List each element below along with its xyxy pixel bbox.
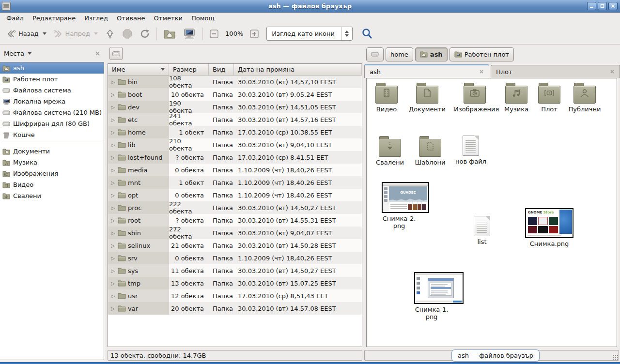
tree-row-selinux[interactable]: ▷selinux21 обектаПапка30.03.2010 (вт) 14… bbox=[108, 239, 362, 252]
expander-icon[interactable]: ▷ bbox=[110, 180, 116, 185]
sidebar-item-filesystem-210mb[interactable]: Файлова система (210 MB) bbox=[0, 107, 104, 118]
icon-folder-downloads[interactable]: Свалени bbox=[369, 136, 411, 166]
expander-icon[interactable]: ▷ bbox=[110, 281, 116, 286]
tab-plot[interactable]: Плот bbox=[491, 65, 620, 78]
menu-file[interactable]: Файл bbox=[2, 14, 28, 23]
forward-dropdown-icon[interactable] bbox=[94, 32, 98, 35]
tree-row-media[interactable]: ▷media0 обектаПапка1.10.2009 (чт) 18,40,… bbox=[108, 164, 362, 176]
zoom-out-button[interactable] bbox=[206, 27, 222, 41]
expander-icon[interactable]: ▷ bbox=[110, 218, 116, 223]
computer-button[interactable] bbox=[179, 26, 200, 42]
sidebar-item-desktop[interactable]: Работен плот bbox=[0, 74, 104, 85]
expander-icon[interactable]: ▷ bbox=[110, 142, 116, 148]
column-header-size[interactable]: Размер bbox=[169, 64, 209, 75]
icon-file-new-file[interactable]: нов файл bbox=[450, 136, 492, 165]
stop-button[interactable] bbox=[119, 27, 136, 41]
icon-file-list[interactable]: list bbox=[467, 216, 496, 245]
sidebar-item-encrypted-80gb[interactable]: Шифриран дял (80 GB) bbox=[0, 118, 104, 129]
home-button[interactable] bbox=[160, 27, 179, 41]
icon-folder-pictures[interactable]: Изображения bbox=[454, 82, 496, 113]
places-header[interactable]: Места bbox=[4, 50, 24, 57]
tree-row-etc[interactable]: ▷etc241 обектаПапка30.03.2010 (вт) 14,57… bbox=[108, 113, 362, 126]
expander-icon[interactable]: ▷ bbox=[110, 155, 116, 160]
menu-help[interactable]: Помощ bbox=[187, 14, 219, 23]
expander-icon[interactable]: ▷ bbox=[110, 79, 116, 85]
sidebar-item-video[interactable]: Видео bbox=[0, 179, 104, 190]
expander-icon[interactable]: ▷ bbox=[110, 230, 116, 236]
expander-icon[interactable]: ▷ bbox=[110, 105, 116, 110]
tab-close-icon[interactable] bbox=[479, 69, 484, 74]
sidebar-item-local-network[interactable]: Локална мрежа bbox=[0, 96, 104, 107]
back-button[interactable]: Назад bbox=[3, 28, 50, 40]
tree-row-opt[interactable]: ▷opt0 обектаПапка1.10.2009 (чт) 18,40,26… bbox=[108, 189, 362, 201]
expander-icon[interactable]: ▷ bbox=[110, 92, 116, 97]
maximize-button[interactable] bbox=[598, 2, 607, 10]
tree-row-lost+found[interactable]: ▷lost+found? обектаПапка17.03.2010 (ср) … bbox=[108, 151, 362, 164]
tree-row-proc[interactable]: ▷proc222 обектаПапка30.03.2010 (вт) 14,5… bbox=[108, 201, 362, 214]
sidebar-item-ash[interactable]: ash bbox=[0, 62, 104, 74]
view-mode-select[interactable]: Изглед като икони bbox=[266, 27, 353, 41]
places-selector-icon[interactable] bbox=[28, 52, 31, 55]
icon-folder-video[interactable]: Видео bbox=[366, 82, 407, 113]
tree-row-bin[interactable]: ▷bin108 обектаПапка30.03.2010 (вт) 14,57… bbox=[108, 76, 362, 88]
column-header-date[interactable]: Дата на промяна bbox=[234, 64, 362, 75]
icon-folder-documents[interactable]: Документи bbox=[406, 82, 448, 113]
sidebar-item-filesystem[interactable]: Файлова система bbox=[0, 85, 104, 96]
tree-row-sys[interactable]: ▷sys11 обектаПапка30.03.2010 (вт) 14,50,… bbox=[108, 264, 362, 277]
menu-go[interactable]: Отиване bbox=[112, 14, 149, 23]
tree-row-mnt[interactable]: ▷mnt1 обектПапка1.10.2009 (чт) 18,40,26 … bbox=[108, 176, 362, 189]
menu-edit[interactable]: Редактиране bbox=[28, 14, 80, 23]
column-header-name[interactable]: Име bbox=[108, 64, 169, 75]
tree-row-usr[interactable]: ▷usr12 обектаПапка17.03.2010 (ср) 8,51,4… bbox=[108, 289, 362, 302]
menu-view[interactable]: Изглед bbox=[80, 14, 112, 23]
expander-icon[interactable]: ▷ bbox=[110, 205, 116, 211]
column-header-type[interactable]: Вид bbox=[209, 64, 234, 75]
icon-file-snimka[interactable]: GNOME StoreСнимка.png bbox=[521, 208, 577, 247]
breadcrumb-ash[interactable]: ash bbox=[415, 47, 448, 61]
search-button[interactable] bbox=[357, 26, 377, 42]
breadcrumb-root-drive[interactable] bbox=[366, 47, 384, 61]
sidebar-item-downloads[interactable]: Свалени bbox=[0, 190, 104, 201]
icon-file-snimka-1[interactable]: Снимка-1.png bbox=[414, 272, 449, 320]
sidebar-item-music[interactable]: Музика bbox=[0, 157, 104, 168]
back-dropdown-icon[interactable] bbox=[43, 32, 46, 35]
zoom-in-button[interactable] bbox=[246, 27, 263, 41]
tree-row-lib[interactable]: ▷lib210 обектаПапка30.03.2010 (вт) 9,04,… bbox=[108, 138, 362, 151]
minimize-button[interactable] bbox=[587, 2, 596, 10]
expander-icon[interactable]: ▷ bbox=[110, 167, 116, 173]
sidebar-item-pictures[interactable]: Изображения bbox=[0, 168, 104, 179]
tree-pane-location-button[interactable] bbox=[109, 47, 123, 60]
sidebar-item-documents[interactable]: Документи bbox=[0, 146, 104, 157]
tree-row-dev[interactable]: ▷dev190 обектаПапка30.03.2010 (вт) 14,51… bbox=[108, 101, 362, 113]
reload-button[interactable] bbox=[136, 27, 154, 41]
tree-row-home[interactable]: ▷home1 обектПапка17.03.2010 (ср) 10,38,5… bbox=[108, 126, 362, 138]
expander-icon[interactable]: ▷ bbox=[110, 268, 116, 273]
icon-folder-templates[interactable]: Шаблони bbox=[409, 136, 451, 166]
tree-row-srv[interactable]: ▷srv0 обектаПапка1.10.2009 (чт) 18,40,26… bbox=[108, 252, 362, 264]
expander-icon[interactable]: ▷ bbox=[110, 130, 116, 135]
expander-icon[interactable]: ▷ bbox=[110, 193, 116, 198]
expander-icon[interactable]: ▷ bbox=[110, 293, 116, 299]
tree-row-sbin[interactable]: ▷sbin272 обектаПапка30.03.2010 (вт) 9,04… bbox=[108, 227, 362, 239]
tab-close-icon[interactable] bbox=[610, 69, 615, 74]
resize-grip[interactable] bbox=[613, 354, 619, 360]
close-button[interactable] bbox=[608, 2, 618, 10]
tab-ash[interactable]: ash bbox=[364, 64, 489, 78]
menu-bookmarks[interactable]: Отметки bbox=[149, 14, 186, 23]
tree-row-boot[interactable]: ▷boot10 обектаПапка30.03.2010 (вт) 9,05,… bbox=[108, 88, 362, 101]
tree-row-var[interactable]: ▷var20 обектаПапка30.03.2010 (вт) 14,57,… bbox=[108, 302, 362, 315]
expander-icon[interactable]: ▷ bbox=[110, 306, 116, 311]
icon-file-snimka-2[interactable]: GUADECСнимка-2.png bbox=[382, 182, 417, 229]
expander-icon[interactable]: ▷ bbox=[110, 243, 116, 248]
view-mode-stepper[interactable] bbox=[341, 27, 352, 40]
up-button[interactable] bbox=[101, 27, 119, 41]
sidebar-close-icon[interactable] bbox=[95, 51, 100, 56]
breadcrumb-home[interactable]: home bbox=[386, 47, 413, 61]
breadcrumb-desktop[interactable]: Работен плот bbox=[450, 47, 514, 61]
forward-button[interactable]: Напред bbox=[50, 28, 101, 40]
expander-icon[interactable]: ▷ bbox=[110, 256, 116, 261]
icon-folder-public[interactable]: Публични bbox=[564, 82, 605, 113]
sidebar-item-trash[interactable]: Кошче bbox=[0, 129, 104, 140]
tree-row-root[interactable]: ▷root? обектаПапка30.03.2010 (вт) 14,55,… bbox=[108, 214, 362, 227]
tree-row-tmp[interactable]: ▷tmp13 обектаПапка30.03.2010 (вт) 15,07,… bbox=[108, 277, 362, 289]
